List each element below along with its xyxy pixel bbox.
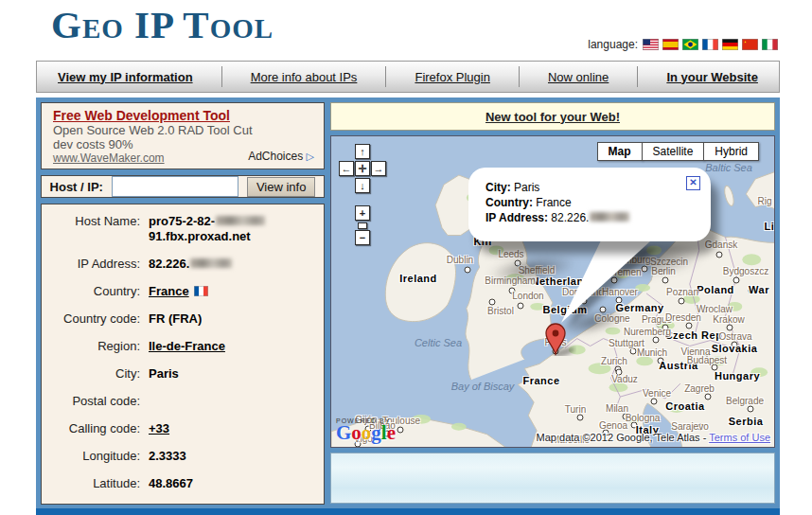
spain-flag-icon[interactable] — [662, 39, 679, 50]
city-dot — [704, 350, 711, 357]
info-row-label: Postal code: — [42, 394, 149, 409]
info-row-value: Ile-de-France — [149, 339, 225, 354]
promo-bar: New tool for your Web! — [330, 102, 775, 131]
map-pan-zoom-controls: ↑ ← ✛ → ↓ + − — [339, 142, 399, 256]
info-row-label: IP Address: — [42, 257, 149, 272]
pan-down-button[interactable]: ↓ — [355, 178, 370, 193]
germany-flag-icon[interactable] — [722, 39, 738, 50]
info-row-label: Host Name: — [42, 214, 149, 244]
usa-flag-icon[interactable] — [643, 39, 659, 50]
bubble-close-icon[interactable]: ✕ — [686, 176, 700, 190]
france-flag-icon[interactable] — [702, 39, 718, 50]
info-row: Region:Ile-de-France — [42, 339, 324, 354]
pan-center-button[interactable]: ✛ — [355, 161, 370, 176]
info-row-label: Calling code: — [42, 421, 149, 436]
nav-item-firefox-plugin[interactable]: Firefox Plugin — [401, 70, 503, 84]
city-dot — [705, 394, 712, 400]
city-dot — [686, 323, 693, 329]
city-dot — [749, 288, 755, 294]
info-row: Latitude:48.8667 — [42, 476, 324, 491]
adchoices-link[interactable]: AdChoices ▷ — [248, 150, 314, 163]
region-link[interactable]: Ile-de-France — [149, 339, 225, 353]
ad-title-link[interactable]: Free Web Development Tool — [53, 108, 314, 123]
map-type-satellite-button[interactable]: Satellite — [642, 142, 705, 161]
china-flag-icon[interactable] — [742, 39, 758, 50]
city-dot — [733, 277, 740, 284]
zoom-out-button[interactable]: − — [355, 230, 370, 245]
nav-item-view-my-ip-information[interactable]: View my IP information — [44, 70, 206, 84]
city-dot — [489, 299, 496, 306]
nav-separator — [637, 66, 638, 87]
city-dot — [509, 288, 516, 294]
map-attribution: Map data ©2012 Google, Tele Atlas - Term… — [537, 432, 770, 443]
info-row-value: Paris — [149, 366, 179, 382]
info-row-label: Country code: — [42, 311, 149, 327]
city-dot — [577, 415, 584, 421]
new-tool-link[interactable]: New tool for your Web! — [485, 110, 620, 124]
pan-left-button[interactable]: ← — [339, 161, 354, 176]
zoom-slider-knob[interactable] — [358, 222, 367, 229]
city-dot — [397, 427, 404, 434]
city-dot — [658, 358, 664, 364]
brazil-flag-icon[interactable] — [682, 39, 698, 50]
city-dot — [653, 337, 660, 344]
nav-item-more-info-about-ips[interactable]: More info about IPs — [238, 70, 371, 84]
nav-separator — [519, 66, 520, 87]
google-logo[interactable]: POWERED BY Google — [336, 417, 396, 441]
info-row: Longitude:2.3333 — [42, 449, 324, 464]
redacted-text — [216, 216, 265, 225]
city-dot — [631, 422, 638, 429]
info-row: Postal code: — [42, 394, 324, 409]
city-dot — [518, 303, 524, 310]
info-row: City:Paris — [42, 366, 324, 382]
city-dot — [623, 414, 629, 420]
host-ip-input[interactable] — [112, 176, 238, 197]
info-row: Calling code:+33 — [42, 421, 324, 436]
pan-right-button[interactable]: → — [371, 161, 386, 176]
city-dot — [630, 348, 637, 355]
ad-text-line1: Open Source Web 2.0 RAD Tool Cut — [53, 123, 314, 137]
view-info-button[interactable]: View info — [247, 177, 316, 197]
info-row: Country:France — [42, 284, 324, 299]
city-dot — [701, 307, 708, 313]
google-map[interactable]: ✕ City: ParisCountry: FranceIP Address: … — [330, 135, 775, 448]
italy-flag-icon[interactable] — [762, 39, 778, 50]
info-row-label: Region: — [42, 339, 149, 354]
city-dot — [611, 277, 618, 284]
zoom-in-button[interactable]: + — [355, 205, 370, 221]
right-column: New tool for your Web! — [330, 102, 775, 504]
attribution-text: Map data ©2012 Google, Tele Atlas - — [537, 432, 710, 443]
site-logo[interactable]: Geo IP Tool — [51, 2, 274, 47]
left-column: Free Web Development Tool Open Source We… — [41, 102, 325, 504]
pan-up-button[interactable]: ↑ — [355, 144, 370, 159]
info-row-value: +33 — [149, 421, 169, 436]
city-dot — [727, 325, 733, 331]
ip-info-panel: Host Name:pro75-2-82-91.fbx.proxad.netIP… — [41, 204, 325, 505]
country-link[interactable]: France — [149, 284, 189, 298]
info-row-value: 48.8667 — [149, 476, 193, 491]
nav-item-in-your-website[interactable]: In your Website — [653, 70, 771, 84]
info-row-label: Country: — [42, 284, 149, 299]
city-dot — [662, 277, 669, 284]
map-type-map-button[interactable]: Map — [597, 142, 643, 161]
bottom-water-panel — [330, 453, 775, 504]
language-flags — [643, 39, 778, 50]
bubble-row: Country: France — [485, 195, 697, 210]
terms-of-use-link[interactable]: Terms of Use — [709, 432, 770, 443]
nav-separator — [385, 66, 386, 87]
host-ip-lookup: Host / IP: View info — [41, 175, 325, 198]
nav-item-now-online[interactable]: Now online — [535, 70, 622, 84]
bubble-row: City: Paris — [485, 180, 697, 195]
google-wordmark: Google — [336, 424, 396, 441]
info-row: Country code:FR (FRA) — [42, 311, 324, 327]
city-dot — [697, 424, 704, 431]
geo-ip-tool-page: Geo IP Tool language: View my IP informa… — [0, 0, 812, 515]
nav-separator — [221, 66, 222, 87]
map-type-hybrid-button[interactable]: Hybrid — [703, 142, 759, 161]
content-frame: Free Web Development Tool Open Source We… — [36, 98, 780, 515]
city-dot — [732, 342, 738, 348]
city-dot — [553, 348, 559, 355]
calling-code-link[interactable]: +33 — [149, 421, 169, 435]
info-row: Host Name:pro75-2-82-91.fbx.proxad.net — [42, 214, 324, 244]
info-row-label: City: — [42, 366, 149, 382]
